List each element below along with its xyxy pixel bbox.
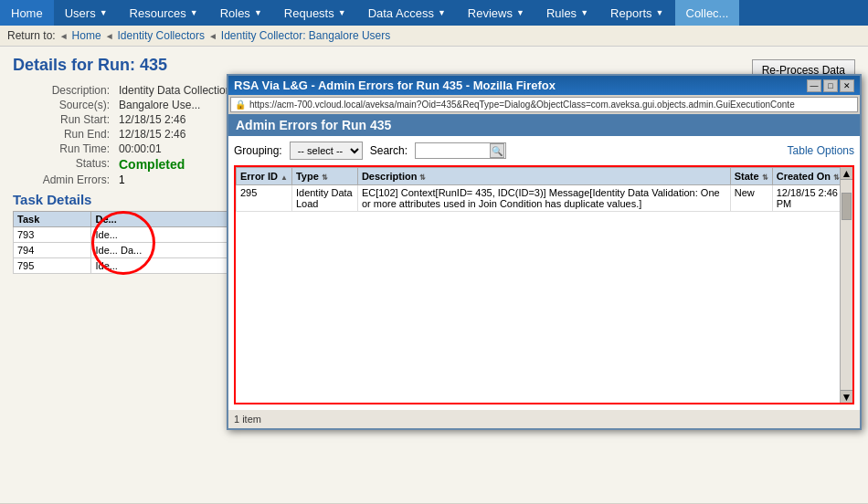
item-count: 1 item <box>234 414 261 425</box>
table-row: 795 Ide... <box>14 258 232 274</box>
nav-reports-arrow: ▼ <box>656 8 664 17</box>
search-container: 🔍 <box>415 142 506 159</box>
nav-resources-arrow: ▼ <box>190 8 198 17</box>
modal-header: Admin Errors for Run 435 <box>228 114 860 136</box>
nav-rules[interactable]: Rules ▼ <box>535 0 599 26</box>
grouping-label: Grouping: <box>234 144 282 157</box>
table-options-link[interactable]: Table Options <box>788 144 854 157</box>
scrollbar-thumb[interactable] <box>842 193 852 220</box>
nav-reviews-arrow: ▼ <box>516 8 524 17</box>
search-label: Search: <box>370 144 408 157</box>
nav-requests[interactable]: Requests ▼ <box>273 0 357 26</box>
error-id-cell: 295 <box>237 185 292 212</box>
breadcrumb: Return to: ◄ Home ◄ Identity Collectors … <box>0 26 868 47</box>
nav-rules-arrow: ▼ <box>580 8 588 17</box>
status-label: Status: <box>13 157 113 172</box>
modal-titlebar: RSA Via L&G - Admin Errors for Run 435 -… <box>228 76 860 95</box>
breadcrumb-home[interactable]: Home <box>72 29 101 42</box>
sort-error-id-icon: ▲ <box>281 173 288 182</box>
error-state-cell: New <box>730 185 772 212</box>
scroll-up-button[interactable]: ▲ <box>841 167 852 180</box>
minimize-button[interactable]: — <box>807 79 821 92</box>
task-col-desc[interactable]: De... <box>91 212 232 227</box>
modal-scrollbar[interactable]: ▲ ▼ <box>840 167 852 403</box>
task-desc-795: Ide... <box>91 258 232 274</box>
nav-data-access[interactable]: Data Access ▼ <box>357 0 457 26</box>
maximize-button[interactable]: □ <box>823 79 838 92</box>
sort-desc-icon: ⇅ <box>419 173 426 182</box>
task-id-793: 793 <box>14 227 91 243</box>
page-title: Details for Run: 435 <box>13 56 855 75</box>
page-content: Details for Run: 435 Re-Process Data Des… <box>0 47 868 503</box>
scroll-down-button[interactable]: ▼ <box>841 390 852 403</box>
table-row: 793 Ide... <box>14 227 232 243</box>
col-state[interactable]: State ⇅ <box>730 168 772 185</box>
grouping-select[interactable]: -- select -- <box>290 142 363 160</box>
description-label: Description: <box>13 84 113 97</box>
sort-created-icon: ⇅ <box>833 173 840 182</box>
run-time-label: Run Time: <box>13 142 113 155</box>
sort-state-icon: ⇅ <box>762 173 768 182</box>
nav-data-access-arrow: ▼ <box>438 8 446 17</box>
nav-resources[interactable]: Resources ▼ <box>119 0 209 26</box>
run-start-label: Run Start: <box>13 113 113 126</box>
error-type-cell: Identity Data Load <box>291 185 357 212</box>
window-buttons: — □ ✕ <box>807 79 854 92</box>
close-button[interactable]: ✕ <box>840 79 854 92</box>
url-text: https://acm-700.vcloud.local/aveksa/main… <box>249 100 795 110</box>
sort-type-icon: ⇅ <box>322 173 328 182</box>
nav-home[interactable]: Home <box>0 0 54 26</box>
task-col-task[interactable]: Task <box>14 212 91 227</box>
task-desc-794: Ide... Da... <box>91 243 232 258</box>
run-end-label: Run End: <box>13 128 113 141</box>
error-desc-cell: EC[102] Context[RunID= 435, IDC(ID=3)] M… <box>357 185 730 212</box>
url-bar: 🔒 https://acm-700.vcloud.local/aveksa/ma… <box>230 97 858 112</box>
task-id-795: 795 <box>14 258 91 274</box>
task-id-794: 794 <box>14 243 91 258</box>
nav-reviews[interactable]: Reviews ▼ <box>457 0 535 26</box>
nav-collectors[interactable]: Collec... <box>675 0 740 26</box>
col-description[interactable]: Description ⇅ <box>357 168 730 185</box>
col-type[interactable]: Type ⇅ <box>291 168 357 185</box>
modal-controls: Grouping: -- select -- Search: 🔍 Table O… <box>234 142 854 160</box>
search-button[interactable]: 🔍 <box>490 143 504 158</box>
modal-window[interactable]: RSA Via L&G - Admin Errors for Run 435 -… <box>227 74 862 430</box>
nav-roles-arrow: ▼ <box>254 8 262 17</box>
table-row: 794 Ide... Da... <box>14 243 232 258</box>
top-navigation: Home Users ▼ Resources ▼ Roles ▼ Request… <box>0 0 868 26</box>
lock-icon: 🔒 <box>235 100 246 110</box>
nav-roles[interactable]: Roles ▼ <box>209 0 273 26</box>
nav-reports[interactable]: Reports ▼ <box>599 0 674 26</box>
data-table-container: Error ID ▲ Type ⇅ Description ⇅ <box>234 165 854 404</box>
admin-errors-label: Admin Errors: <box>13 173 113 186</box>
nav-requests-arrow: ▼ <box>338 8 346 17</box>
task-desc-793: Ide... <box>91 227 232 243</box>
modal-footer: 1 item <box>228 410 860 428</box>
breadcrumb-identity-collector[interactable]: Identity Collector: Bangalore Users <box>221 29 390 42</box>
table-row: 295 Identity Data Load EC[102] Context[R… <box>237 185 852 212</box>
admin-errors-value: 1 <box>119 173 125 186</box>
task-table: Task De... 793 Ide... 794 Ide... Da... 7… <box>13 211 232 274</box>
errors-table: Error ID ▲ Type ⇅ Description ⇅ <box>236 167 852 212</box>
breadcrumb-identity-collectors[interactable]: Identity Collectors <box>118 29 205 42</box>
modal-body: Grouping: -- select -- Search: 🔍 Table O… <box>228 136 860 410</box>
nav-users[interactable]: Users ▼ <box>54 0 119 26</box>
col-error-id[interactable]: Error ID ▲ <box>237 168 292 185</box>
modal-title: RSA Via L&G - Admin Errors for Run 435 -… <box>234 79 556 92</box>
sources-label: Source(s): <box>13 99 113 111</box>
nav-users-arrow: ▼ <box>100 8 108 17</box>
